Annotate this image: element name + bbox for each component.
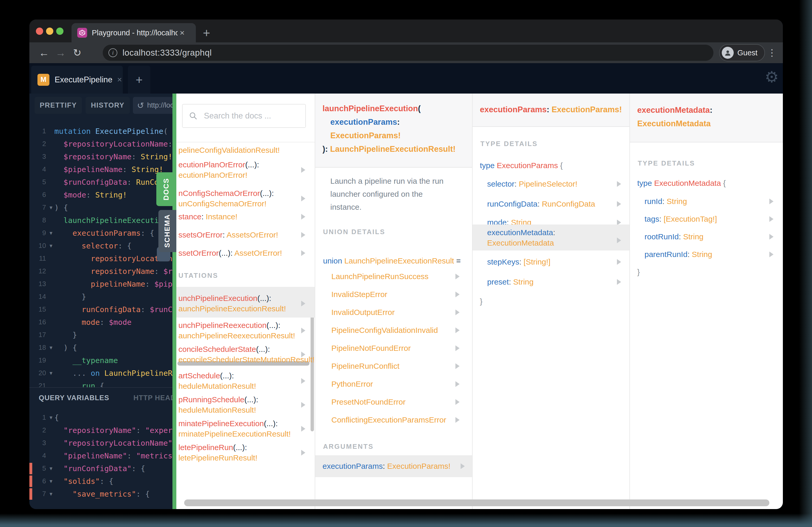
docs-search-input[interactable] [203,111,302,121]
close-window-button[interactable] [36,28,43,35]
expand-arrow-icon[interactable] [455,381,460,387]
expand-arrow-icon[interactable] [301,450,305,455]
schema-side-tab[interactable]: SCHEMA [158,210,176,252]
settings-gear-icon[interactable]: ⚙ [765,68,779,86]
expand-arrow-icon[interactable] [455,417,460,423]
expand-arrow-icon[interactable] [461,463,465,469]
browser-menu-icon[interactable]: ⋮ [766,42,778,63]
expand-arrow-icon[interactable] [301,250,305,256]
expand-arrow-icon[interactable] [617,279,621,285]
expand-arrow-icon[interactable] [301,214,305,220]
expand-arrow-icon[interactable] [769,216,773,222]
variables-editor[interactable]: 1▾{2 "repositoryName": "exper3 "reposito… [29,408,172,509]
docs-side-tab[interactable]: DOCS [156,172,176,206]
type-field[interactable]: parentRunId: String [644,249,712,260]
type-field[interactable]: executionMetadata: [487,227,555,238]
browser-tab[interactable]: Playground - http://localhost:3 × [72,23,196,42]
fold-arrow-icon[interactable]: ▾ [48,370,54,376]
expand-arrow-icon[interactable] [455,310,460,315]
query-editor[interactable]: 1mutation ExecutePipeline(2 $repositoryL… [29,120,172,387]
doc-item[interactable]: minatePipelineExecution(...): [178,418,278,429]
type-field[interactable]: selector: PipelineSelector! [487,178,577,190]
expand-arrow-icon[interactable] [301,402,305,408]
expand-arrow-icon[interactable] [769,234,773,240]
site-info-icon[interactable]: i [108,48,117,57]
playground-tab-close-icon[interactable]: × [117,75,122,85]
type-field[interactable]: stepKeys: [String!] [487,256,550,268]
expand-arrow-icon[interactable] [301,301,305,306]
docs-search-box[interactable] [182,104,306,128]
type-field[interactable]: rootRunId: String [644,231,704,242]
expand-arrow-icon[interactable] [301,378,305,384]
fold-arrow-icon[interactable]: ▾ [48,478,54,484]
union-member[interactable]: PipelineConfigValidationInvalid [331,325,438,336]
fold-arrow-icon[interactable]: ▾ [48,204,54,211]
expand-arrow-icon[interactable] [455,399,460,405]
history-button[interactable]: HISTORY [86,97,130,114]
argument-row[interactable]: executionParams: ExecutionParams! [322,461,450,472]
doc-item[interactable]: nConfigSchemaOrError(...): [178,187,274,199]
endpoint-reload-icon[interactable]: ↺ [137,101,144,110]
fold-arrow-icon[interactable]: ▾ [48,465,54,472]
expand-arrow-icon[interactable] [301,167,305,173]
doc-item[interactable]: pRunningSchedule(...): [178,394,258,405]
docs-horizontal-scrollbar[interactable] [184,499,769,506]
doc-item[interactable]: artSchedule(...): [178,370,234,381]
fold-arrow-icon[interactable]: ▾ [48,491,54,497]
back-icon[interactable]: ← [37,42,51,63]
expand-arrow-icon[interactable] [301,351,305,357]
union-member[interactable]: LaunchPipelineRunSuccess [331,271,429,282]
type-field[interactable]: runId: String [644,196,687,207]
expand-arrow-icon[interactable] [455,363,460,369]
expand-arrow-icon[interactable] [301,196,305,201]
expand-arrow-icon[interactable] [455,274,460,280]
address-bar[interactable]: i localhost:3333/graphql [103,45,713,61]
doc-item[interactable]: ecutionPlanOrError(...): [178,159,259,170]
expand-arrow-icon[interactable] [769,252,773,257]
playground-tab[interactable]: M ExecutePipeline × [31,66,123,93]
type-field[interactable]: tags: [ExecutionTag!] [644,213,717,225]
type-field[interactable]: runConfigData: RunConfigData [487,198,595,210]
union-member[interactable]: InvalidOutputError [331,307,394,318]
expand-arrow-icon[interactable] [455,291,460,297]
doc-item[interactable]: pelineConfigValidationResult! [178,145,280,156]
expand-arrow-icon[interactable] [301,426,305,432]
doc-item[interactable]: ssetOrError(...): AssetOrError! [178,247,282,259]
reload-icon[interactable]: ↻ [70,42,85,63]
expand-arrow-icon[interactable] [617,201,621,207]
expand-arrow-icon[interactable] [455,345,460,351]
fold-arrow-icon[interactable]: ▾ [48,344,54,351]
forward-icon[interactable]: → [53,42,68,63]
union-member[interactable]: InvalidStepError [331,289,387,300]
profile-button[interactable]: Guest [719,44,765,61]
expand-arrow-icon[interactable] [301,328,305,333]
doc-item[interactable]: stance: Instance! [178,211,237,223]
type-field[interactable]: preset: String [487,276,534,288]
minimize-window-button[interactable] [46,28,53,35]
union-member[interactable]: PipelineRunConflict [331,360,400,372]
doc-item[interactable]: unchPipelineReexecution(...): [178,320,280,331]
doc-item[interactable]: concileSchedulerState(...): [178,344,270,355]
doc-item[interactable]: letePipelineRun(...): [178,442,247,453]
union-member[interactable]: ConflictingExecutionParamsError [331,414,446,426]
expand-arrow-icon[interactable] [769,198,773,204]
tab-query-variables[interactable]: QUERY VARIABLES [39,394,109,402]
expand-arrow-icon[interactable] [455,328,460,333]
tab-close-icon[interactable]: × [180,28,185,38]
doc-item[interactable]: unchPipelineExecution(...): [178,292,271,304]
docs-panel-divider[interactable] [172,93,176,509]
expand-arrow-icon[interactable] [617,259,621,265]
prettify-button[interactable]: PRETTIFY [34,97,82,114]
new-tab-button[interactable]: + [199,25,214,40]
union-member[interactable]: PresetNotFoundError [331,396,405,408]
union-member[interactable]: PythonError [331,378,373,390]
expand-arrow-icon[interactable] [617,238,621,243]
playground-new-tab-button[interactable]: + [128,66,150,93]
fold-arrow-icon[interactable]: ▾ [48,242,54,249]
doc-item[interactable]: ssetsOrError: AssetsOrError! [178,229,278,241]
zoom-window-button[interactable] [56,28,63,35]
endpoint-field[interactable]: ↺ http://loc [133,97,172,114]
union-member[interactable]: PipelineNotFoundError [331,343,411,354]
expand-arrow-icon[interactable] [617,181,621,187]
fold-arrow-icon[interactable]: ▾ [48,414,54,421]
